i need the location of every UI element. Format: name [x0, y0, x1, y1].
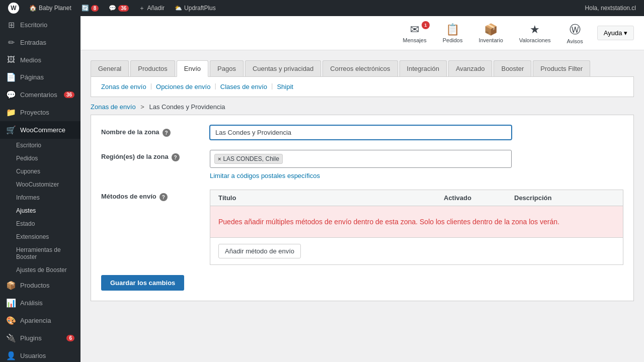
- breadcrumb-zonas-link[interactable]: Zonas de envío: [91, 103, 136, 111]
- tab-correos[interactable]: Correos electrónicos: [323, 60, 397, 76]
- productos-icon: 📦: [6, 281, 16, 290]
- sidebar-item-usuarios[interactable]: 👤 Usuarios: [0, 347, 80, 362]
- separator: |: [150, 82, 152, 92]
- sidebar-item-entradas[interactable]: ✏ Entradas: [0, 34, 80, 51]
- sub-nav-opciones[interactable]: Opciones de envío: [156, 82, 210, 92]
- zone-name-label: Nombre de la zona ?: [101, 125, 202, 137]
- shipping-methods-row: Métodos de envío ? Título Activado Descr…: [101, 190, 623, 265]
- sub-nav-zonas[interactable]: Zonas de envío: [101, 82, 146, 92]
- sub-nav-clases[interactable]: Clases de envío: [220, 82, 267, 92]
- shipping-methods-label: Métodos de envío ?: [101, 190, 202, 201]
- top-nav-icons: ✉ 1 Mensajes 📋 Pedidos 📦 Inventario ★ Va…: [396, 18, 634, 48]
- sidebar-item-escritorio[interactable]: ⊞ Escritorio: [0, 16, 80, 34]
- tab-general[interactable]: General: [91, 60, 129, 76]
- main-content: ✉ 1 Mensajes 📋 Pedidos 📦 Inventario ★ Va…: [80, 16, 644, 362]
- sidebar-subitem-escritorio[interactable]: Escritorio: [0, 139, 80, 152]
- orders-icon: 📋: [446, 23, 459, 36]
- sidebar-subitem-cupones[interactable]: Cupones: [0, 165, 80, 178]
- wp-nav-icon: Ⓦ: [570, 22, 581, 37]
- sidebar-item-label: Páginas: [20, 73, 44, 81]
- plugins-badge: 6: [66, 335, 74, 341]
- subitem-label: Escritorio: [16, 142, 41, 149]
- subitem-label: Ajustes de Booster: [16, 266, 67, 274]
- sidebar-item-medios[interactable]: 🖼 Medios: [0, 51, 80, 68]
- sidebar-subitem-herramientas[interactable]: Herramientas de Booster: [0, 243, 80, 263]
- sidebar-subitem-extensiones[interactable]: Extensiones: [0, 230, 80, 243]
- help-button[interactable]: Ayuda ▾: [597, 26, 634, 40]
- sub-nav-shipit[interactable]: Shipit: [277, 82, 293, 92]
- sidebar-item-label: Usuarios: [20, 352, 46, 359]
- limit-postal-link[interactable]: Limitar a códigos postales específicos: [210, 172, 623, 179]
- shipping-methods-help-icon[interactable]: ?: [159, 193, 168, 201]
- zone-name-input[interactable]: [210, 125, 512, 140]
- add-label: Añadir: [147, 5, 165, 12]
- site-name-bar-item[interactable]: 🏠 Baby Planet: [25, 0, 75, 16]
- col-activated: Activado: [444, 194, 514, 202]
- plugins-icon: 🔌: [6, 333, 16, 343]
- orders-nav-item[interactable]: 📋 Pedidos: [436, 19, 470, 47]
- region-tag: × LAS CONDES, Chile: [214, 154, 283, 164]
- escritorio-icon: ⊞: [6, 20, 16, 30]
- sidebar-item-analisis[interactable]: 📊 Análisis: [0, 294, 80, 312]
- region-tag-remove[interactable]: ×: [218, 156, 221, 162]
- tab-avanzado[interactable]: Avanzado: [448, 60, 493, 76]
- sidebar-item-apariencia[interactable]: 🎨 Apariencia: [0, 312, 80, 329]
- tab-integracion[interactable]: Integración: [399, 60, 447, 76]
- tab-booster[interactable]: Booster: [494, 60, 531, 76]
- updates-badge: 8: [91, 5, 99, 12]
- add-bar-item[interactable]: ＋ Añadir: [135, 0, 169, 16]
- wp-logo[interactable]: W: [4, 0, 23, 16]
- sidebar-item-woocommerce[interactable]: 🛒 WooCommerce: [0, 121, 80, 139]
- sidebar-item-plugins[interactable]: 🔌 Plugins 6: [0, 329, 80, 347]
- comments-bar-item[interactable]: 💬 36: [105, 0, 133, 16]
- woocommerce-icon: 🛒: [6, 125, 16, 135]
- shipping-methods-field: Título Activado Descripción Puedes añadi…: [210, 190, 623, 265]
- tab-productos[interactable]: Productos: [130, 60, 175, 76]
- sidebar-subitem-ajustes-booster[interactable]: Ajustes de Booster: [0, 263, 80, 277]
- region-help-icon[interactable]: ?: [172, 153, 180, 161]
- updates-bar-item[interactable]: 🔄 8: [77, 0, 103, 16]
- subitem-label: Cupones: [16, 168, 40, 175]
- wc-tabs: General Productos Envío Pagos Cuentas y …: [91, 60, 634, 77]
- save-button[interactable]: Guardar los cambios: [101, 275, 184, 291]
- tab-cuentas[interactable]: Cuentas y privacidad: [245, 60, 321, 76]
- orders-label: Pedidos: [443, 37, 463, 43]
- zone-name-help-icon[interactable]: ?: [163, 129, 171, 137]
- sidebar-item-label: WooCommerce: [20, 126, 65, 134]
- sidebar-subitem-informes[interactable]: Informes: [0, 191, 80, 204]
- ratings-nav-item[interactable]: ★ Valoraciones: [512, 19, 558, 47]
- add-method-button[interactable]: Añadir método de envío: [218, 244, 301, 258]
- comentarios-icon: 💬: [6, 90, 16, 100]
- greet-text: Hola, nextstation.cl: [585, 5, 640, 12]
- region-row: Región(es) de la zona ? × LAS CONDES, Ch…: [101, 150, 623, 179]
- region-select-container[interactable]: × LAS CONDES, Chile: [210, 150, 512, 168]
- updraft-bar-item[interactable]: ⛅ UpdraftPlus: [171, 0, 220, 16]
- comments-icon: 💬: [109, 5, 116, 12]
- updraft-label: UpdraftPlus: [184, 5, 216, 12]
- site-name: Baby Planet: [39, 5, 71, 12]
- help-label: Ayuda: [604, 29, 622, 37]
- zone-name-field: [210, 125, 623, 140]
- usuarios-icon: 👤: [6, 351, 16, 360]
- tab-pagos[interactable]: Pagos: [210, 60, 244, 76]
- col-description: Descripción: [514, 194, 615, 202]
- sidebar-subitem-woocustomizer[interactable]: WooCustomizer: [0, 178, 80, 191]
- paginas-icon: 📄: [6, 72, 16, 82]
- sidebar-subitem-estado[interactable]: Estado: [0, 217, 80, 230]
- sidebar-item-paginas[interactable]: 📄 Páginas: [0, 68, 80, 86]
- sidebar-item-label: Escritorio: [20, 21, 47, 29]
- sidebar-item-comentarios[interactable]: 💬 Comentarios 36: [0, 86, 80, 104]
- sidebar-item-productos[interactable]: 📦 Productos: [0, 277, 80, 294]
- sidebar-subitem-ajustes[interactable]: Ajustes: [0, 204, 80, 217]
- breadcrumb-zone-name: Las Condes y Providencia: [149, 103, 225, 111]
- site-logo-icon: W: [8, 3, 19, 14]
- inventory-label: Inventario: [478, 37, 503, 43]
- tab-products-filter[interactable]: Products Filter: [533, 60, 590, 76]
- page-content: General Productos Envío Pagos Cuentas y …: [80, 50, 644, 311]
- sidebar-subitem-pedidos[interactable]: Pedidos: [0, 152, 80, 165]
- notices-nav-item[interactable]: Ⓦ Avisos: [560, 18, 590, 48]
- sidebar-item-proyectos[interactable]: 📁 Proyectos: [0, 104, 80, 121]
- messages-nav-item[interactable]: ✉ 1 Mensajes: [396, 19, 434, 47]
- tab-envio[interactable]: Envío: [177, 60, 208, 77]
- inventory-nav-item[interactable]: 📦 Inventario: [471, 19, 510, 47]
